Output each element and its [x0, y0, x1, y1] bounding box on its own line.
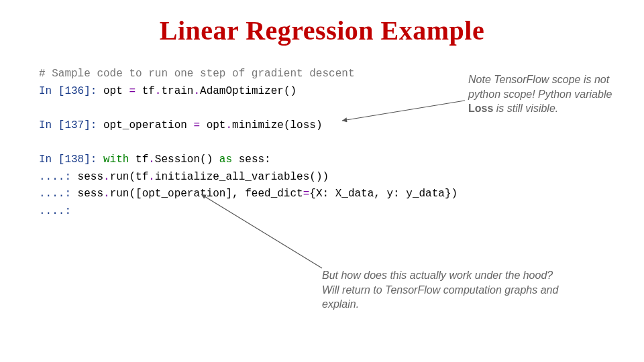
- blank-line: [39, 134, 458, 152]
- blank-line: [39, 100, 458, 117]
- annotation-scope-note: Note TensorFlow scope is not python scop…: [468, 72, 616, 116]
- code-line-137: In [137]: opt_operation = opt.minimize(l…: [39, 117, 458, 135]
- slide-title: Linear Regression Example: [0, 0, 644, 46]
- code-line-136: In [136]: opt = tf.train.AdamOptimizer(): [39, 83, 458, 101]
- annotation-hood-note: But how does this actually work under th…: [322, 268, 564, 312]
- code-line-cont3: ....:: [39, 203, 458, 221]
- code-line-138: In [138]: with tf.Session() as sess:: [39, 152, 458, 169]
- code-line-cont2: ....: sess.run([opt_operation], feed_dic…: [39, 186, 458, 203]
- code-line-cont1: ....: sess.run(tf.initialize_all_variabl…: [39, 169, 458, 186]
- code-block: # Sample code to run one step of gradien…: [39, 66, 458, 220]
- code-comment: # Sample code to run one step of gradien…: [39, 66, 458, 83]
